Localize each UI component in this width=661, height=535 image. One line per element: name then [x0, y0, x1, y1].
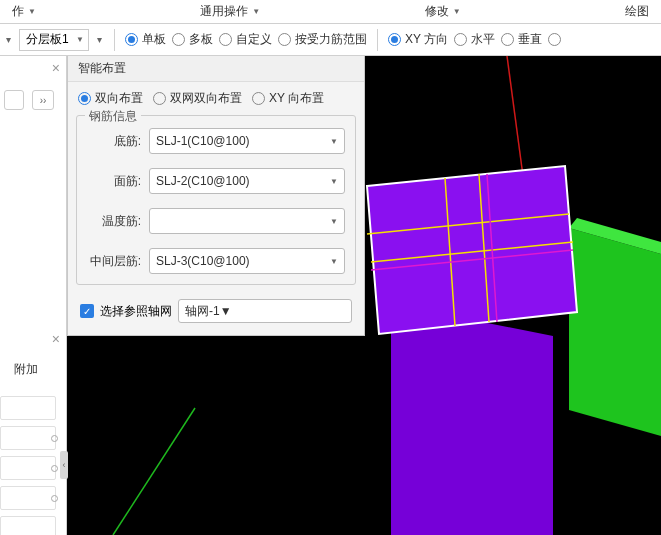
chevron-down-icon: ▼ [28, 7, 36, 16]
left-list [0, 396, 56, 535]
radio-single-board[interactable]: 单板 [125, 31, 166, 48]
svg-marker-5 [367, 166, 577, 334]
chevron-down-icon: ▼ [453, 7, 461, 16]
axis-checkbox[interactable]: ✓ [80, 304, 94, 318]
smart-layout-panel: 智能布置 双向布置 双网双向布置 XY 向布置 钢筋信息 底筋: SLJ-1(C… [67, 56, 365, 336]
separator [114, 29, 115, 51]
list-item[interactable] [0, 456, 56, 480]
chevron-down-icon[interactable]: ▾ [4, 34, 13, 45]
svg-line-4 [113, 408, 195, 535]
chevron-down-icon: ▼ [220, 304, 232, 318]
radio-dot-icon [51, 495, 58, 502]
radio-dot-icon [51, 435, 58, 442]
panel-title: 智能布置 [68, 56, 364, 82]
svg-line-3 [507, 56, 523, 176]
list-item[interactable] [0, 486, 56, 510]
radio-force-range[interactable]: 按受力筋范围 [278, 31, 367, 48]
radio-multi-board[interactable]: 多板 [172, 31, 213, 48]
temp-rebar-label: 温度筋: [87, 213, 149, 230]
toolbar: ▾ 分层板1▼ ▾ 单板 多板 自定义 按受力筋范围 XY 方向 水平 垂直 [0, 24, 661, 56]
left-tab-box[interactable] [4, 90, 24, 110]
close-icon[interactable]: × [52, 331, 60, 347]
layer-select[interactable]: 分层板1▼ [19, 29, 89, 51]
svg-marker-0 [569, 228, 661, 436]
radio-dot-icon [51, 465, 58, 472]
collapse-handle[interactable]: ‹ [60, 451, 68, 479]
viewport-3d[interactable]: 智能布置 双向布置 双网双向布置 XY 向布置 钢筋信息 底筋: SLJ-1(C… [67, 56, 661, 535]
radio-extra[interactable] [548, 33, 561, 46]
svg-marker-2 [391, 304, 553, 535]
list-item[interactable] [0, 396, 56, 420]
expand-icon[interactable]: ›› [32, 90, 54, 110]
tab-draw[interactable]: 绘图 [613, 0, 661, 23]
axis-label: 选择参照轴网 [100, 303, 172, 320]
chevron-down-icon: ▼ [330, 257, 338, 266]
chevron-down-icon: ▼ [330, 137, 338, 146]
radio-vertical[interactable]: 垂直 [501, 31, 542, 48]
list-item[interactable] [0, 516, 56, 535]
fieldset-legend: 钢筋信息 [85, 108, 141, 125]
radio-horizontal[interactable]: 水平 [454, 31, 495, 48]
chevron-down-icon: ▼ [330, 217, 338, 226]
bottom-rebar-select[interactable]: SLJ-1(C10@100)▼ [149, 128, 345, 154]
tab-modify[interactable]: 修改▼ [413, 0, 473, 23]
top-tabs: 作▼ 通用操作▼ 修改▼ 绘图 [0, 0, 661, 24]
close-icon[interactable]: × [52, 60, 60, 76]
tab-general[interactable]: 通用操作▼ [188, 0, 272, 23]
radio-custom-board[interactable]: 自定义 [219, 31, 272, 48]
separator [377, 29, 378, 51]
left-panel: × ›› × 附加 ‹ [0, 56, 67, 535]
top-rebar-select[interactable]: SLJ-2(C10@100)▼ [149, 168, 345, 194]
radio-bidirectional[interactable]: 双向布置 [78, 90, 143, 107]
axis-select[interactable]: 轴网-1▼ [178, 299, 352, 323]
radio-xy-layout[interactable]: XY 向布置 [252, 90, 324, 107]
rebar-fieldset: 钢筋信息 底筋: SLJ-1(C10@100)▼ 面筋: SLJ-2(C10@1… [76, 115, 356, 285]
chevron-down-icon: ▼ [252, 7, 260, 16]
radio-double-net[interactable]: 双网双向布置 [153, 90, 242, 107]
chevron-down-icon[interactable]: ▾ [95, 34, 104, 45]
temp-rebar-select[interactable]: ▼ [149, 208, 345, 234]
radio-xy-direction[interactable]: XY 方向 [388, 31, 448, 48]
top-rebar-label: 面筋: [87, 173, 149, 190]
bottom-rebar-label: 底筋: [87, 133, 149, 150]
list-item[interactable] [0, 426, 56, 450]
tab-op[interactable]: 作▼ [0, 0, 48, 23]
chevron-down-icon: ▼ [76, 35, 84, 44]
mid-rebar-label: 中间层筋: [87, 253, 149, 270]
mid-rebar-select[interactable]: SLJ-3(C10@100)▼ [149, 248, 345, 274]
chevron-down-icon: ▼ [330, 177, 338, 186]
append-label: 附加 [14, 361, 38, 378]
